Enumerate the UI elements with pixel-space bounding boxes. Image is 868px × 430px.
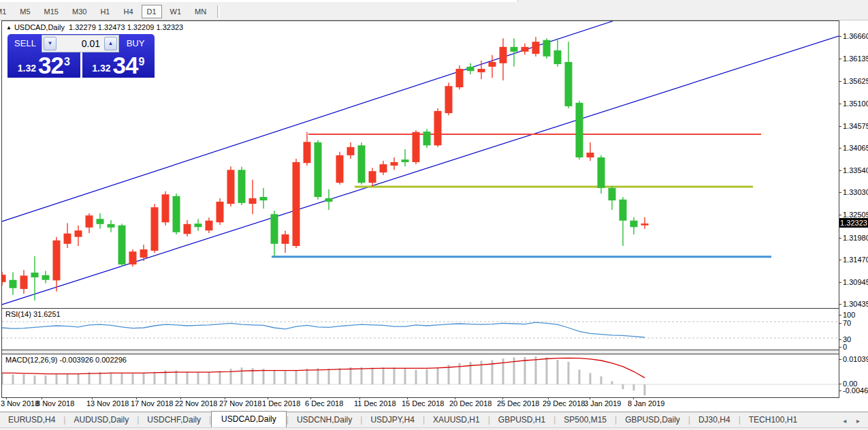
collapse-arrow-icon[interactable]: ▲	[6, 25, 12, 31]
current-price-badge: 1.32323	[839, 218, 868, 228]
price-axis-tick	[839, 81, 841, 82]
status-bar-strip	[0, 427, 868, 430]
date-axis-label: 3 Nov 2018	[1, 399, 39, 408]
ask-price-pip: 9	[138, 56, 144, 68]
candle	[456, 65, 464, 89]
timeframe-button-m30[interactable]: M30	[67, 5, 92, 18]
price-axis-tick	[839, 170, 841, 171]
macd-label: MACD(12,26,9) -0.003926 0.002296	[5, 356, 127, 364]
chart-tab-eurusd-h4[interactable]: EURUSD,H4	[0, 413, 63, 427]
rsi-indicator-pane[interactable]: RSI(14) 31.6251	[2, 309, 839, 350]
price-axis-tick	[839, 192, 841, 193]
candle	[489, 55, 496, 78]
chart-tab-usdjpy-h4[interactable]: USDJPY,H4	[362, 413, 422, 427]
ask-price[interactable]: 1.32 34 9	[82, 52, 155, 78]
candle	[336, 152, 344, 185]
date-axis-label: 20 Dec 2018	[449, 399, 492, 408]
chart-tab-usdchf-daily[interactable]: USDCHF,Daily	[139, 413, 209, 427]
date-axis-label: 13 Nov 2018	[86, 399, 129, 408]
chart-tab-gbpusd-daily[interactable]: GBPUSD,Daily	[617, 413, 688, 427]
candle	[500, 38, 507, 80]
candle	[358, 142, 366, 185]
candle	[347, 142, 355, 159]
price-axis-label: 1.30945	[843, 278, 868, 286]
timeframe-button-m15[interactable]: M15	[39, 5, 64, 18]
candle	[325, 189, 333, 210]
price-axis-label: 1.31980	[843, 234, 868, 242]
candle	[184, 220, 191, 236]
buy-button[interactable]: BUY	[116, 34, 155, 52]
price-axis-label: 1.33540	[843, 166, 868, 174]
chart-tab-audusd-daily[interactable]: AUDUSD,Daily	[65, 413, 137, 427]
candle	[587, 142, 594, 161]
price-axis-label: 1.36135	[843, 55, 868, 63]
chart-tab-sp500-m15[interactable]: SP500,M15	[556, 413, 615, 427]
timeframe-button-h4[interactable]: H4	[118, 5, 138, 18]
date-axis-label: 25 Dec 2018	[497, 399, 539, 408]
volume-spinner: ▼ 0.01 ▲	[42, 35, 119, 52]
candle	[20, 270, 28, 294]
rsi-axis-tick	[839, 323, 841, 324]
price-axis-label: 1.33030	[843, 188, 868, 196]
tab-scroll-arrows-icon[interactable]: ◂ ▸	[843, 417, 864, 425]
price-axis-label: 1.34575	[843, 122, 868, 130]
candle	[532, 37, 540, 56]
candle	[434, 108, 442, 147]
volume-input[interactable]: 0.01	[58, 38, 103, 49]
main-price-pane[interactable]: ▲USDCAD,Daily 1.32279 1.32473 1.32209 1.…	[2, 21, 839, 309]
date-axis-label: 1 Dec 2018	[262, 399, 300, 408]
candle	[260, 188, 268, 209]
chart-tab-dj30-h4[interactable]: DJ30,H4	[690, 413, 739, 427]
price-axis-label: 1.30435	[843, 300, 868, 308]
macd-indicator-pane[interactable]: MACD(12,26,9) -0.003926 0.002296	[2, 354, 839, 398]
volume-decrease-button[interactable]: ▼	[44, 37, 57, 50]
bid-price[interactable]: 1.32 32 3	[7, 52, 82, 78]
bid-price-pip: 3	[64, 56, 70, 68]
candle	[118, 224, 126, 266]
candle	[2, 272, 6, 286]
chart-tab-bar: EURUSD,H4|AUDUSD,Daily|USDCHF,Daily|USDC…	[0, 412, 868, 427]
rsi-axis-label: 70	[843, 319, 851, 327]
timeframe-button-w1[interactable]: W1	[165, 5, 187, 18]
sell-button[interactable]: SELL	[7, 34, 43, 52]
chart-tab-xauusd-h1[interactable]: XAUUSD,H1	[425, 413, 488, 427]
price-axis-tick	[839, 282, 841, 283]
chart-tab-tech100-h1[interactable]: TECH100,H1	[741, 413, 805, 427]
symbol-name: USDCAD,Daily	[14, 23, 65, 31]
timeframe-button-m1[interactable]: M1	[0, 5, 12, 18]
chart-tab-gbpusd-h1[interactable]: GBPUSD,H1	[490, 413, 553, 427]
rsi-label: RSI(14) 31.6251	[5, 310, 61, 318]
rsi-axis-label: 0	[843, 343, 847, 351]
date-axis-label: 27 Nov 2018	[219, 399, 261, 408]
timeframe-button-mn[interactable]: MN	[189, 5, 212, 18]
timeframe-button-h1[interactable]: H1	[95, 5, 115, 18]
timeframe-button-d1[interactable]: D1	[142, 5, 162, 18]
price-axis-tick	[839, 59, 841, 59]
ask-price-prefix: 1.32	[92, 63, 110, 74]
bid-ask-display: 1.32 32 3 1.32 34 9	[7, 52, 155, 78]
price-axis-tick	[839, 238, 841, 239]
timeframe-button-m5[interactable]: M5	[14, 5, 35, 18]
candle	[315, 140, 322, 200]
candle	[445, 82, 453, 115]
candle	[64, 224, 71, 249]
date-axis-label: 17 Nov 2018	[131, 399, 173, 408]
macd-axis-tick	[839, 390, 841, 391]
volume-increase-button[interactable]: ▲	[104, 37, 117, 50]
rsi-canvas[interactable]	[2, 309, 839, 350]
chart-tab-usdcad-daily[interactable]: USDCAD,Daily	[211, 411, 287, 427]
price-axis-label: 1.35625	[843, 77, 868, 85]
candle	[467, 63, 475, 74]
date-axis-label: 29 Dec 2018	[543, 399, 585, 408]
candle	[402, 149, 409, 166]
macd-canvas[interactable]	[2, 354, 839, 397]
price-axis-label: 1.36660	[843, 32, 868, 40]
date-axis-label: 6 Dec 2018	[305, 399, 343, 408]
candle	[108, 220, 115, 232]
candle	[31, 256, 39, 301]
one-click-trade-panel: SELL ▼ 0.01 ▲ BUY 1.32 32 3 1.32	[7, 34, 155, 78]
chart-tab-usdcnh-daily[interactable]: USDCNH,Daily	[289, 413, 360, 427]
candle	[151, 204, 159, 253]
candle	[641, 217, 649, 229]
candle	[630, 217, 638, 234]
